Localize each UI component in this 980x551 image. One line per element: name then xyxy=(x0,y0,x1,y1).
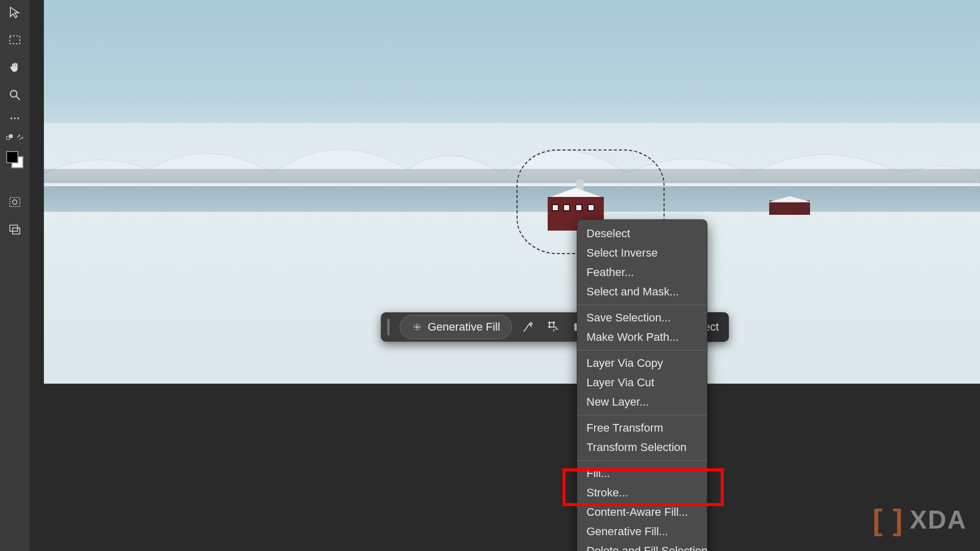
svg-point-3 xyxy=(11,117,12,119)
foreground-color-chip[interactable] xyxy=(6,151,18,163)
ctxmenu-item[interactable]: Generative Fill... xyxy=(577,522,707,541)
hand-tool-icon[interactable] xyxy=(5,57,25,78)
modify-selection-icon[interactable] xyxy=(545,318,563,336)
svg-point-13 xyxy=(530,322,532,324)
marquee-tool-icon[interactable] xyxy=(5,30,25,50)
screen-mode-icon[interactable] xyxy=(5,219,25,240)
ctxmenu-item[interactable]: Layer Via Copy xyxy=(577,354,707,373)
select-subject-icon[interactable] xyxy=(519,318,537,336)
ctxmenu-item[interactable]: Select and Mask... xyxy=(577,282,707,302)
ctxmenu-item[interactable]: New Layer... xyxy=(577,392,707,412)
more-tools-icon[interactable] xyxy=(5,112,25,124)
move-tool-icon[interactable] xyxy=(5,2,25,22)
sparkle-icon xyxy=(411,321,423,333)
ctxmenu-item[interactable]: Make Work Path... xyxy=(577,328,707,347)
svg-rect-7 xyxy=(9,135,12,138)
svg-point-1 xyxy=(10,90,17,97)
tools-sidebar xyxy=(0,0,30,551)
ctxmenu-item[interactable]: Feather... xyxy=(577,263,707,282)
svg-line-2 xyxy=(16,96,20,100)
generative-fill-button[interactable]: Generative Fill xyxy=(400,315,512,339)
svg-point-15 xyxy=(549,322,550,323)
xda-bracket-icon: [ ] xyxy=(873,503,904,537)
quick-mask-icon[interactable] xyxy=(5,192,25,212)
generative-fill-label: Generative Fill xyxy=(428,320,500,334)
svg-point-16 xyxy=(553,322,555,323)
ctxmenu-separator xyxy=(577,305,707,305)
svg-rect-8 xyxy=(10,197,20,206)
selection-context-menu: DeselectSelect InverseFeather...Select a… xyxy=(577,219,707,551)
image-snow xyxy=(44,212,980,384)
ctxmenu-item[interactable]: Deselect xyxy=(577,224,707,243)
svg-point-5 xyxy=(17,117,19,119)
image-water xyxy=(44,186,980,216)
ctxmenu-item[interactable]: Save Selection... xyxy=(577,308,707,328)
zoom-tool-icon[interactable] xyxy=(5,85,25,105)
image-shoreline xyxy=(44,169,980,183)
ctxmenu-item[interactable]: Transform Selection xyxy=(577,438,707,457)
ctxmenu-separator xyxy=(577,415,707,415)
ctxmenu-item[interactable]: Layer Via Cut xyxy=(577,373,707,392)
ctxmenu-item[interactable]: Fill... xyxy=(577,464,707,483)
taskbar-drag-handle[interactable] xyxy=(387,319,389,335)
ctxmenu-separator xyxy=(577,460,707,461)
ctxmenu-item[interactable]: Delete and Fill Selection xyxy=(577,541,707,551)
ctxmenu-separator xyxy=(577,350,707,350)
svg-point-4 xyxy=(14,117,15,119)
svg-rect-0 xyxy=(10,36,20,43)
contextual-task-bar: Generative Fill xyxy=(381,312,595,342)
image-outbuilding xyxy=(769,201,810,215)
xda-watermark-text: XDA xyxy=(910,505,967,535)
default-swap-colors[interactable] xyxy=(5,132,25,144)
svg-point-9 xyxy=(13,200,17,205)
foreground-background-color-chips[interactable] xyxy=(6,151,23,168)
ctxmenu-item[interactable]: Stroke... xyxy=(577,483,707,503)
ctxmenu-item[interactable]: Free Transform xyxy=(577,418,707,438)
svg-point-17 xyxy=(549,327,550,328)
ctxmenu-item[interactable]: Content-Aware Fill... xyxy=(577,503,707,522)
ctxmenu-item[interactable]: Select Inverse xyxy=(577,243,707,263)
xda-watermark: [ ] XDA xyxy=(873,503,967,537)
